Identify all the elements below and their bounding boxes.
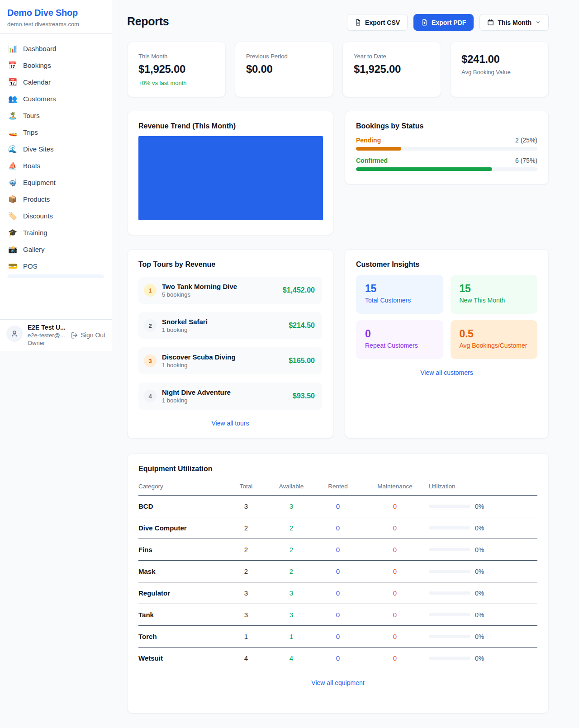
cell-available: 1 <box>268 626 315 648</box>
sidebar-item-tours[interactable]: 🏝️ Tours <box>4 107 108 124</box>
tour-amount: $93.50 <box>293 392 315 400</box>
sidebar-item-dive-sites[interactable]: 🌊 Dive Sites <box>4 141 108 157</box>
tour-row: 3 Discover Scuba Diving 1 booking $165.0… <box>138 347 322 374</box>
shop-name: Demo Dive Shop <box>7 8 104 18</box>
view-all-equipment-link[interactable]: View all equipment <box>138 679 537 686</box>
view-all-customers-link[interactable]: View all customers <box>356 369 537 376</box>
tile-label: New This Month <box>460 297 529 304</box>
shop-domain: demo.test.divestreams.com <box>7 21 104 28</box>
sidebar-item-trips[interactable]: 🚤 Trips <box>4 124 108 141</box>
tile-value: 15 <box>365 283 434 295</box>
tour-row: 1 Two Tank Morning Dive 5 bookings $1,45… <box>138 277 322 304</box>
cell-total: 3 <box>224 496 268 517</box>
user-panel: E2E Test U... e2e-tester@... Owner Sign … <box>0 319 112 351</box>
cell-rented: 0 <box>315 582 361 604</box>
stat-label: This Month <box>138 53 214 60</box>
tour-bookings: 1 booking <box>162 397 231 404</box>
sidebar-item-pos[interactable]: 💳 POS <box>4 258 108 274</box>
equipment-icon: 🤿 <box>8 179 17 186</box>
col-utilization: Utilization <box>429 479 537 496</box>
cell-maintenance: 0 <box>361 626 429 648</box>
training-icon: 🎓 <box>8 229 17 236</box>
sidebar-item-label: Dive Sites <box>23 145 54 153</box>
cell-utilization: 0% <box>475 503 484 510</box>
tile-label: Total Customers <box>365 297 434 304</box>
tour-bookings: 1 booking <box>162 326 208 333</box>
sidebar-item-training[interactable]: 🎓 Training <box>4 224 108 241</box>
calendar-icon: 📆 <box>8 79 17 86</box>
sign-out-label: Sign Out <box>81 331 105 339</box>
stat-card-previous-period: Previous Period $0.00 <box>235 42 333 97</box>
tile-avg-bookings: 0.5 Avg Bookings/Customer <box>451 320 538 359</box>
cell-maintenance: 0 <box>361 517 429 539</box>
export-pdf-label: Export PDF <box>432 19 466 26</box>
sidebar-item-products[interactable]: 📦 Products <box>4 191 108 208</box>
sidebar-item-label: POS <box>23 262 38 270</box>
revenue-trend-title: Revenue Trend (This Month) <box>138 122 322 130</box>
cell-available: 2 <box>268 539 315 561</box>
cell-total: 4 <box>224 648 268 669</box>
sidebar-item-discounts[interactable]: 🏷️ Discounts <box>4 208 108 224</box>
sidebar-item-boats[interactable]: ⛵ Boats <box>4 157 108 174</box>
export-csv-button[interactable]: Export CSV <box>347 14 408 31</box>
tour-bookings: 5 bookings <box>162 291 237 298</box>
top-tours-card: Top Tours by Revenue 1 Two Tank Morning … <box>127 249 333 439</box>
sidebar-item-label: Boats <box>23 162 40 170</box>
sidebar-item-calendar[interactable]: 📆 Calendar <box>4 74 108 90</box>
period-dropdown[interactable]: This Month <box>479 14 549 31</box>
status-label: Pending <box>356 137 381 144</box>
cell-utilization: 0% <box>475 568 484 575</box>
stat-value: $1,925.00 <box>354 63 430 76</box>
utilization-bar <box>429 591 470 595</box>
rank-badge: 1 <box>144 284 157 297</box>
gallery-icon: 📸 <box>8 246 17 253</box>
view-all-tours-link[interactable]: View all tours <box>138 420 322 427</box>
cell-category: Regulator <box>138 582 224 604</box>
cell-total: 3 <box>224 604 268 626</box>
equipment-row: Mask 2 2 0 0 0% <box>138 561 537 582</box>
tour-row: 2 Snorkel Safari 1 booking $214.50 <box>138 312 322 339</box>
cell-maintenance: 0 <box>361 496 429 517</box>
sidebar-item-label: Customers <box>23 95 56 103</box>
status-row-confirmed: Confirmed 6 (75%) <box>356 157 537 171</box>
sidebar-item-label: Discounts <box>23 212 53 220</box>
bookings-icon: 📅 <box>8 62 17 69</box>
cell-rented: 0 <box>315 539 361 561</box>
cell-maintenance: 0 <box>361 604 429 626</box>
equipment-header-row: Category Total Available Rented Maintena… <box>138 479 537 496</box>
cell-maintenance: 0 <box>361 582 429 604</box>
export-csv-label: Export CSV <box>365 19 400 26</box>
export-pdf-button[interactable]: Export PDF <box>413 14 474 31</box>
page-title: Reports <box>127 15 169 28</box>
col-available: Available <box>268 479 315 496</box>
tours-icon: 🏝️ <box>8 112 17 119</box>
sidebar-item-customers[interactable]: 👥 Customers <box>4 90 108 107</box>
tour-amount: $1,452.00 <box>283 286 315 294</box>
cell-total: 1 <box>224 626 268 648</box>
sidebar-item-reports-partial[interactable] <box>7 274 104 278</box>
stat-value: $241.00 <box>461 53 537 66</box>
person-icon <box>10 330 19 338</box>
cell-utilization: 0% <box>475 525 484 532</box>
sidebar-item-gallery[interactable]: 📸 Gallery <box>4 241 108 258</box>
stat-label: Previous Period <box>246 53 322 60</box>
utilization-bar <box>429 635 470 638</box>
status-count: 2 (25%) <box>515 137 537 144</box>
sidebar-item-bookings[interactable]: 📅 Bookings <box>4 57 108 74</box>
status-count: 6 (75%) <box>515 157 537 164</box>
stat-card-this-month: This Month $1,925.00 +0% vs last month <box>127 42 226 97</box>
sidebar-item-equipment[interactable]: 🤿 Equipment <box>4 174 108 191</box>
shop-header: Demo Dive Shop demo.test.divestreams.com <box>0 0 112 34</box>
cell-rented: 0 <box>315 561 361 582</box>
boats-icon: ⛵ <box>8 162 17 170</box>
pos-icon: 💳 <box>8 263 17 270</box>
cell-total: 2 <box>224 517 268 539</box>
tour-row: 4 Night Dive Adventure 1 booking $93.50 <box>138 383 322 410</box>
utilization-bar <box>429 526 470 529</box>
sign-out-button[interactable]: Sign Out <box>71 331 105 339</box>
stat-card-year-to-date: Year to Date $1,925.00 <box>342 42 441 97</box>
sidebar-item-dashboard[interactable]: 📊 Dashboard <box>4 40 108 57</box>
cell-total: 2 <box>224 539 268 561</box>
cell-category: Torch <box>138 626 224 648</box>
tour-name: Discover Scuba Diving <box>162 353 236 361</box>
